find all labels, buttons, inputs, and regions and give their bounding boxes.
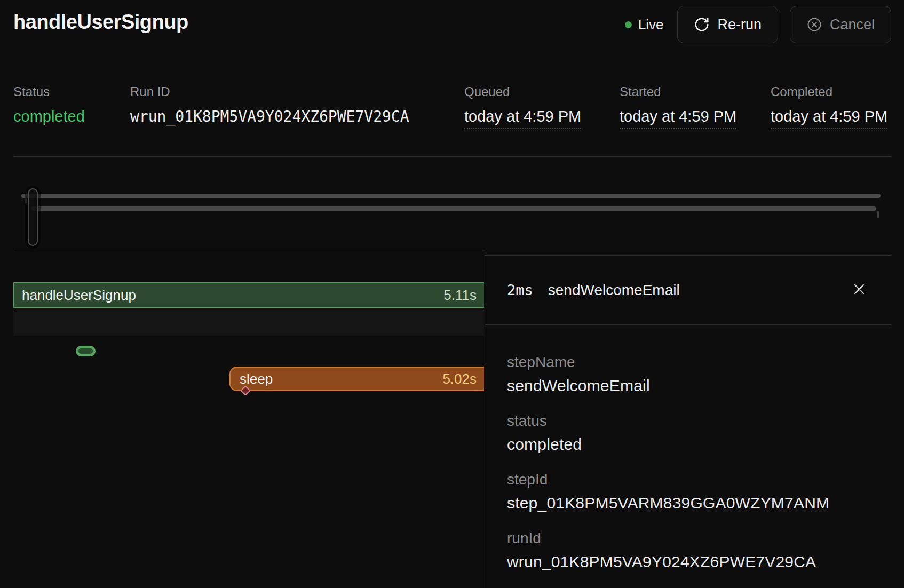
field-value: completed [507,435,870,454]
completed-label: Completed [771,84,887,99]
header-divider [13,156,891,157]
rerun-button-label: Re-run [717,17,762,33]
selected-row-highlight [13,310,484,336]
field-label: status [507,412,870,430]
timeline-brush-handle[interactable] [28,188,38,246]
close-icon [851,281,868,299]
live-dot-icon [625,21,632,28]
send-welcome-email-marker[interactable] [76,346,96,356]
field-value: wrun_01K8PM5VA9Y024XZ6PWE7V29CA [507,553,870,571]
step-detail-title: sendWelcomeEmail [548,282,680,299]
minimap-divider [13,249,484,249]
step-detail-header: 2ms sendWelcomeEmail [485,256,891,325]
queued-label: Queued [464,84,581,99]
meta-queued: Queued today at 4:59 PM [464,84,581,129]
step-detail-panel: 2ms sendWelcomeEmail stepName sendWelcom… [485,255,891,588]
live-label: Live [638,17,664,33]
cancel-button[interactable]: Cancel [790,6,891,43]
workflow-span-label: handleUserSignup [22,287,136,304]
sleep-span-duration: 5.02s [442,371,477,387]
status-value: completed [13,108,85,125]
refresh-icon [694,17,710,33]
field-label: stepId [507,471,870,488]
meta-completed: Completed today at 4:59 PM [771,84,887,129]
close-panel-button[interactable] [847,279,871,302]
rerun-button[interactable]: Re-run [677,6,778,43]
step-detail-body: stepName sendWelcomeEmail status complet… [485,325,891,571]
page-title: handleUserSignup [13,11,188,34]
minimap-sleep-bar [31,206,876,211]
started-value[interactable]: today at 4:59 PM [620,108,736,129]
field-value: step_01K8PM5VARM839GGA0WZYM7ANM [507,494,870,512]
run-meta-row: Status completed Run ID wrun_01K8PM5VA9Y… [0,84,904,132]
run-id-label: Run ID [130,84,409,99]
live-indicator: Live [625,17,664,33]
field-status: status completed [507,412,870,454]
minimap-end-tick [877,211,879,218]
workflow-span-bar[interactable]: handleUserSignup 5.11s [13,282,484,308]
step-duration-badge: 2ms [507,282,533,298]
field-label: runId [507,530,870,547]
meta-started: Started today at 4:59 PM [620,84,736,129]
minimap-workflow-bar [21,194,881,198]
workflow-span-duration: 5.11s [443,287,477,304]
field-run-id: runId wrun_01K8PM5VA9Y024XZ6PWE7V29CA [507,530,870,571]
run-id-value: wrun_01K8PM5VA9Y024XZ6PWE7V29CA [130,108,409,125]
field-step-id: stepId step_01K8PM5VARM839GGA0WZYM7ANM [507,471,870,512]
minimap-marker-tick [25,198,27,203]
sleep-span-label: sleep [240,371,273,387]
sleep-span-bar[interactable]: sleep 5.02s [229,367,484,391]
cancel-button-label: Cancel [830,17,875,33]
meta-status: Status completed [13,84,85,125]
x-circle-icon [806,17,822,33]
status-label: Status [13,84,85,99]
header-actions: Live Re-run Cancel [625,6,891,43]
completed-value[interactable]: today at 4:59 PM [771,108,887,129]
queued-value[interactable]: today at 4:59 PM [464,108,581,129]
field-value: sendWelcomeEmail [507,377,870,395]
meta-run-id: Run ID wrun_01K8PM5VA9Y024XZ6PWE7V29CA [130,84,409,125]
field-step-name: stepName sendWelcomeEmail [507,354,870,395]
started-label: Started [620,84,736,99]
workflow-run-page: handleUserSignup Live Re-run Cancel [0,0,904,588]
field-label: stepName [507,354,870,371]
